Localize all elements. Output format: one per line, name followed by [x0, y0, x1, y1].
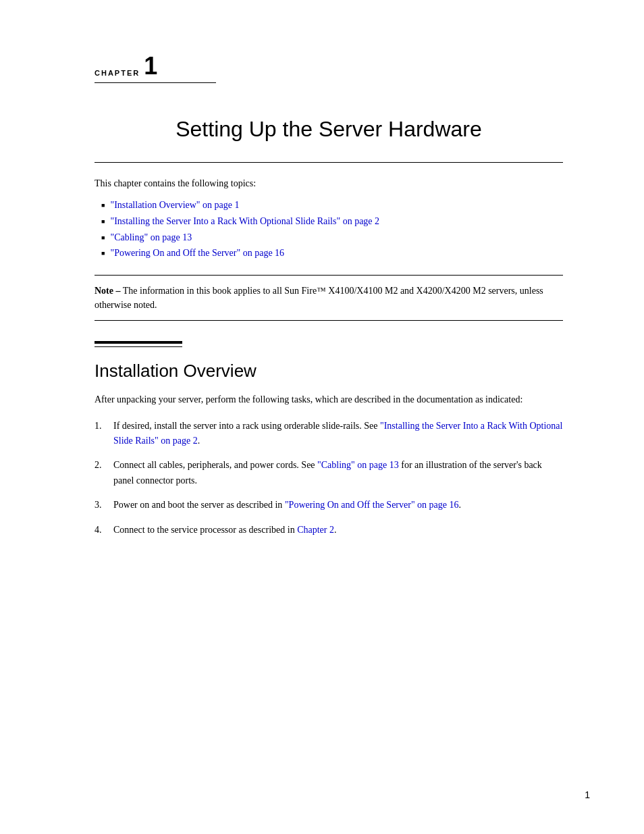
section-intro: After unpacking your server, perform the…: [95, 392, 563, 407]
page: CHAPTER 1 Setting Up the Server Hardware…: [0, 0, 644, 834]
note-box: Note – The information in this book appl…: [95, 275, 563, 321]
topic-link-4[interactable]: "Powering On and Off the Server" on page…: [110, 245, 284, 261]
step-content-4: Connect to the service processor as desc…: [113, 523, 563, 538]
step-number-2: 2.: [95, 458, 113, 473]
step-link-3[interactable]: "Powering On and Off the Server" on page…: [285, 500, 459, 510]
list-item: "Installation Overview" on page 1: [101, 197, 563, 213]
step-4: 4. Connect to the service processor as d…: [95, 523, 563, 538]
step-text-before-4: Connect to the service processor as desc…: [113, 525, 297, 535]
top-divider: [95, 162, 563, 163]
step-content-3: Power on and boot the server as describe…: [113, 498, 563, 513]
section-marker-thin: [95, 346, 182, 347]
step-2: 2. Connect all cables, peripherals, and …: [95, 458, 563, 488]
list-item: "Installing the Server Into a Rack With …: [101, 213, 563, 230]
list-item: "Cabling" on page 13: [101, 230, 563, 246]
topic-list: "Installation Overview" on page 1 "Insta…: [95, 197, 563, 261]
section-title: Installation Overview: [95, 361, 563, 382]
step-number-4: 4.: [95, 523, 113, 538]
step-text-before-3: Power on and boot the server as describe…: [113, 500, 285, 510]
step-text-after-3: .: [459, 500, 462, 510]
topic-link-2[interactable]: "Installing the Server Into a Rack With …: [110, 213, 379, 230]
step-text-before-1: If desired, install the server into a ra…: [113, 421, 380, 431]
topic-link-3[interactable]: "Cabling" on page 13: [110, 230, 192, 246]
chapter-title: Setting Up the Server Hardware: [95, 117, 563, 142]
chapter-label: CHAPTER: [95, 69, 140, 78]
list-item: "Powering On and Off the Server" on page…: [101, 245, 563, 261]
step-number-1: 1.: [95, 419, 113, 434]
step-text-before-2: Connect all cables, peripherals, and pow…: [113, 460, 317, 470]
intro-text: This chapter contains the following topi…: [95, 176, 563, 190]
chapter-header: CHAPTER 1: [95, 54, 563, 78]
section-marker-thick: [95, 341, 182, 344]
step-link-2[interactable]: "Cabling" on page 13: [317, 460, 399, 470]
step-text-after-1: .: [198, 436, 200, 446]
step-link-4[interactable]: Chapter 2: [297, 525, 334, 535]
step-1: 1. If desired, install the server into a…: [95, 419, 563, 449]
step-content-2: Connect all cables, peripherals, and pow…: [113, 458, 563, 488]
topic-link-1[interactable]: "Installation Overview" on page 1: [110, 197, 239, 213]
page-number: 1: [585, 789, 590, 800]
note-text: Note – The information in this book appl…: [95, 284, 563, 312]
chapter-number: 1: [144, 54, 157, 78]
step-text-after-4: .: [334, 525, 337, 535]
chapter-header-underline: [95, 82, 216, 83]
step-content-1: If desired, install the server into a ra…: [113, 419, 563, 449]
step-number-3: 3.: [95, 498, 113, 513]
note-label: Note –: [95, 286, 121, 296]
note-body: The information in this book applies to …: [95, 286, 543, 310]
steps-list: 1. If desired, install the server into a…: [95, 419, 563, 538]
step-3: 3. Power on and boot the server as descr…: [95, 498, 563, 513]
